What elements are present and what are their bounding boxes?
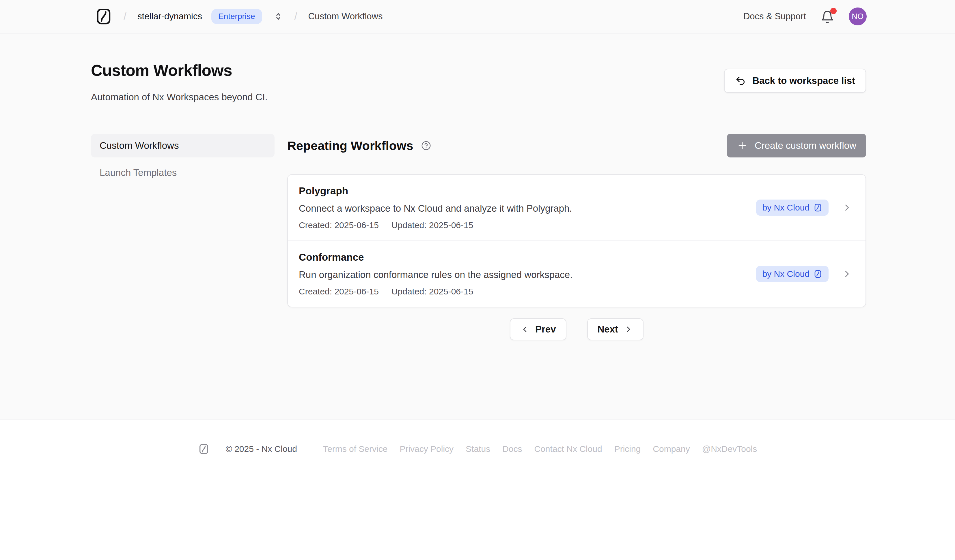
back-button-label: Back to workspace list [752,75,855,86]
breadcrumb-workspace[interactable]: stellar-dynamics [138,11,202,22]
breadcrumb-current-page: Custom Workflows [308,11,383,22]
sidebar-item-custom-workflows[interactable]: Custom Workflows [91,134,274,158]
plan-badge: Enterprise [211,9,262,24]
notification-dot [830,8,837,14]
workflow-meta: Created: 2025-06-15 Updated: 2025-06-15 [299,287,756,296]
nx-cloud-logo-icon [814,203,822,212]
workflow-description: Run organization conformance rules on th… [299,269,756,280]
chevron-right-icon [842,269,852,279]
page-footer: © 2025 - Nx Cloud Terms of Service Priva… [0,420,955,560]
main-content: Custom Workflows Automation of Nx Worksp… [0,33,955,420]
create-custom-workflow-button[interactable]: Create custom workflow [727,134,866,158]
nx-cloud-logo-icon [198,443,210,455]
footer-links: Terms of Service Privacy Policy Status D… [323,444,757,454]
workflow-name: Polygraph [299,185,756,197]
back-to-workspace-list-button[interactable]: Back to workspace list [724,69,866,93]
docs-support-link[interactable]: Docs & Support [744,11,806,22]
workflow-updated: Updated: 2025-06-15 [391,287,473,296]
workflow-created: Created: 2025-06-15 [299,220,379,230]
undo-arrow-icon [735,75,746,86]
workflow-name: Conformance [299,251,756,263]
workflow-row-polygraph[interactable]: Polygraph Connect a workspace to Nx Clou… [288,175,866,240]
breadcrumb-separator: / [294,10,297,22]
section-title: Repeating Workflows [287,139,413,153]
footer-link-docs[interactable]: Docs [503,444,522,454]
chevron-right-icon [624,325,633,334]
copyright-text: © 2025 - Nx Cloud [226,444,297,454]
footer-link-pricing[interactable]: Pricing [614,444,641,454]
workflow-meta: Created: 2025-06-15 Updated: 2025-06-15 [299,220,756,230]
workflow-updated: Updated: 2025-06-15 [391,220,473,230]
breadcrumb-separator: / [124,10,127,22]
page-title: Custom Workflows [91,61,268,80]
nx-cloud-logo-icon [814,270,822,278]
chevron-right-icon [842,203,852,213]
footer-link-contact[interactable]: Contact Nx Cloud [534,444,602,454]
footer-link-company[interactable]: Company [653,444,690,454]
page-header: Custom Workflows Automation of Nx Worksp… [91,33,866,103]
footer-link-status[interactable]: Status [466,444,490,454]
workspace-switcher-icon[interactable] [273,11,283,22]
workflows-section: Repeating Workflows Create cust [287,134,866,340]
workflow-row-conformance[interactable]: Conformance Run organization conformance… [288,240,866,307]
workflow-description: Connect a workspace to Nx Cloud and anal… [299,203,756,214]
badge-label: by Nx Cloud [762,203,809,212]
page-subtitle: Automation of Nx Workspaces beyond CI. [91,92,268,103]
section-header: Repeating Workflows Create cust [287,134,866,158]
top-navbar: / stellar-dynamics Enterprise / Custom W… [0,0,955,33]
footer-link-terms[interactable]: Terms of Service [323,444,387,454]
breadcrumb: / stellar-dynamics Enterprise / Custom W… [95,8,382,25]
plus-icon [737,140,748,151]
create-button-label: Create custom workflow [755,140,856,151]
by-nx-cloud-badge[interactable]: by Nx Cloud [756,200,828,216]
workflow-list-card: Polygraph Connect a workspace to Nx Clou… [287,174,866,307]
pagination: Prev Next [287,318,866,340]
next-page-button[interactable]: Next [587,318,644,340]
sidebar-item-launch-templates[interactable]: Launch Templates [91,161,274,184]
workflow-created: Created: 2025-06-15 [299,287,379,296]
footer-link-privacy[interactable]: Privacy Policy [399,444,454,454]
next-label: Next [598,324,618,335]
sidebar: Custom Workflows Launch Templates [91,134,274,340]
navbar-actions: Docs & Support NO [744,8,867,25]
by-nx-cloud-badge[interactable]: by Nx Cloud [756,266,828,282]
help-icon[interactable] [421,141,431,151]
chevron-left-icon [520,325,529,334]
prev-page-button[interactable]: Prev [510,318,567,340]
nx-cloud-logo-icon[interactable] [95,8,113,25]
footer-link-nxdevtools[interactable]: @NxDevTools [702,444,757,454]
page-header-text: Custom Workflows Automation of Nx Worksp… [91,61,268,103]
badge-label: by Nx Cloud [762,269,809,279]
notifications-button[interactable] [820,9,834,24]
user-avatar[interactable]: NO [849,8,867,25]
prev-label: Prev [535,324,556,335]
